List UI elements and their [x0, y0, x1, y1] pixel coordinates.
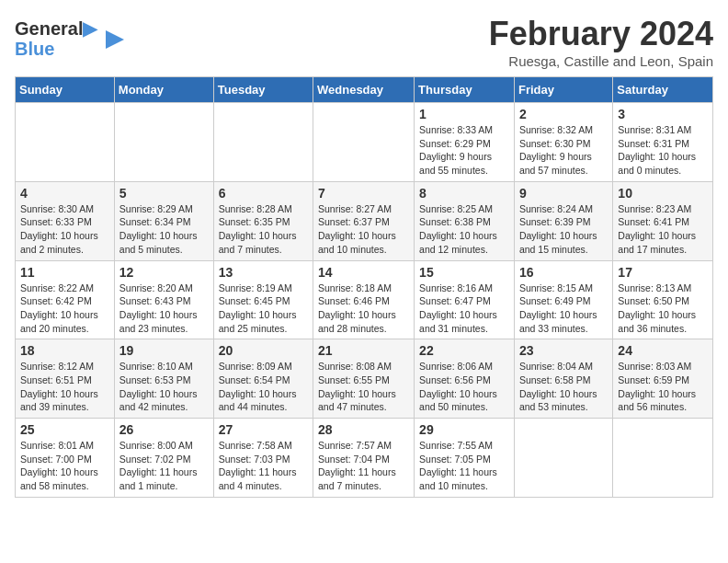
- table-row: 16Sunrise: 8:15 AM Sunset: 6:49 PM Dayli…: [514, 260, 612, 339]
- calendar-week-row: 11Sunrise: 8:22 AM Sunset: 6:42 PM Dayli…: [16, 260, 713, 339]
- day-number: 23: [519, 343, 608, 358]
- col-saturday: Saturday: [613, 77, 713, 103]
- day-number: 27: [219, 422, 308, 437]
- col-friday: Friday: [514, 77, 612, 103]
- day-info: Sunrise: 8:00 AM Sunset: 7:02 PM Dayligh…: [119, 439, 209, 493]
- day-info: Sunrise: 8:33 AM Sunset: 6:29 PM Dayligh…: [419, 123, 509, 178]
- svg-marker-0: [106, 30, 124, 49]
- table-row: 22Sunrise: 8:06 AM Sunset: 6:56 PM Dayli…: [415, 339, 515, 419]
- table-row: 24Sunrise: 8:03 AM Sunset: 6:59 PM Dayli…: [613, 339, 713, 419]
- table-row: 25Sunrise: 8:01 AM Sunset: 7:00 PM Dayli…: [16, 419, 115, 498]
- day-number: 1: [419, 107, 509, 121]
- table-row: 6Sunrise: 8:28 AM Sunset: 6:35 PM Daylig…: [213, 181, 313, 260]
- table-row: 10Sunrise: 8:23 AM Sunset: 6:41 PM Dayli…: [613, 181, 713, 260]
- table-row: 21Sunrise: 8:08 AM Sunset: 6:55 PM Dayli…: [313, 339, 415, 419]
- calendar-week-row: 1Sunrise: 8:33 AM Sunset: 6:29 PM Daylig…: [16, 103, 713, 182]
- day-number: 29: [419, 422, 509, 437]
- title-area: February 2024 Ruesga, Castille and Leon,…: [489, 15, 713, 69]
- day-info: Sunrise: 8:31 AM Sunset: 6:31 PM Dayligh…: [618, 123, 708, 178]
- col-sunday: Sunday: [16, 77, 115, 103]
- day-info: Sunrise: 8:30 AM Sunset: 6:33 PM Dayligh…: [20, 202, 109, 257]
- calendar-week-row: 4Sunrise: 8:30 AM Sunset: 6:33 PM Daylig…: [16, 181, 713, 260]
- calendar-week-row: 18Sunrise: 8:12 AM Sunset: 6:51 PM Dayli…: [16, 339, 713, 419]
- day-info: Sunrise: 8:12 AM Sunset: 6:51 PM Dayligh…: [20, 360, 109, 414]
- day-info: Sunrise: 8:22 AM Sunset: 6:42 PM Dayligh…: [20, 282, 109, 336]
- day-info: Sunrise: 8:09 AM Sunset: 6:54 PM Dayligh…: [219, 360, 308, 414]
- day-number: 19: [119, 343, 209, 358]
- table-row: 17Sunrise: 8:13 AM Sunset: 6:50 PM Dayli…: [613, 260, 713, 339]
- logo-text: General▶: [15, 18, 97, 39]
- day-info: Sunrise: 8:10 AM Sunset: 6:53 PM Dayligh…: [119, 360, 209, 414]
- col-tuesday: Tuesday: [213, 77, 313, 103]
- day-info: Sunrise: 7:55 AM Sunset: 7:05 PM Dayligh…: [419, 439, 509, 493]
- day-number: 14: [318, 265, 409, 280]
- table-row: 2Sunrise: 8:32 AM Sunset: 6:30 PM Daylig…: [514, 103, 612, 182]
- table-row: [313, 103, 415, 182]
- day-number: 9: [519, 186, 608, 201]
- day-number: 16: [519, 265, 608, 280]
- table-row: 15Sunrise: 8:16 AM Sunset: 6:47 PM Dayli…: [415, 260, 515, 339]
- day-info: Sunrise: 7:58 AM Sunset: 7:03 PM Dayligh…: [219, 439, 308, 493]
- day-number: 6: [219, 186, 308, 201]
- logo-icon: [98, 27, 126, 52]
- day-info: Sunrise: 8:32 AM Sunset: 6:30 PM Dayligh…: [519, 123, 608, 178]
- day-number: 5: [119, 186, 209, 201]
- day-info: Sunrise: 8:27 AM Sunset: 6:37 PM Dayligh…: [318, 202, 409, 257]
- table-row: 23Sunrise: 8:04 AM Sunset: 6:58 PM Dayli…: [514, 339, 612, 419]
- day-number: 28: [318, 422, 409, 437]
- day-info: Sunrise: 8:25 AM Sunset: 6:38 PM Dayligh…: [419, 202, 509, 257]
- day-number: 13: [219, 265, 308, 280]
- table-row: [514, 419, 612, 498]
- day-info: Sunrise: 8:13 AM Sunset: 6:50 PM Dayligh…: [618, 282, 708, 336]
- day-number: 4: [20, 186, 109, 201]
- day-number: 7: [318, 186, 409, 201]
- calendar-week-row: 25Sunrise: 8:01 AM Sunset: 7:00 PM Dayli…: [16, 419, 713, 498]
- calendar-header-row: Sunday Monday Tuesday Wednesday Thursday…: [16, 77, 713, 103]
- table-row: 19Sunrise: 8:10 AM Sunset: 6:53 PM Dayli…: [114, 339, 213, 419]
- table-row: 3Sunrise: 8:31 AM Sunset: 6:31 PM Daylig…: [613, 103, 713, 182]
- table-row: 28Sunrise: 7:57 AM Sunset: 7:04 PM Dayli…: [313, 419, 415, 498]
- day-number: 3: [618, 107, 708, 121]
- day-number: 8: [419, 186, 509, 201]
- calendar-table: Sunday Monday Tuesday Wednesday Thursday…: [15, 76, 713, 498]
- table-row: 29Sunrise: 7:55 AM Sunset: 7:05 PM Dayli…: [415, 419, 515, 498]
- day-number: 12: [119, 265, 209, 280]
- day-info: Sunrise: 8:03 AM Sunset: 6:59 PM Dayligh…: [618, 360, 708, 414]
- table-row: 20Sunrise: 8:09 AM Sunset: 6:54 PM Dayli…: [213, 339, 313, 419]
- table-row: 13Sunrise: 8:19 AM Sunset: 6:45 PM Dayli…: [213, 260, 313, 339]
- day-number: 15: [419, 265, 509, 280]
- calendar-subtitle: Ruesga, Castille and Leon, Spain: [489, 53, 713, 69]
- day-number: 22: [419, 343, 509, 358]
- col-monday: Monday: [114, 77, 213, 103]
- table-row: 5Sunrise: 8:29 AM Sunset: 6:34 PM Daylig…: [114, 181, 213, 260]
- table-row: 8Sunrise: 8:25 AM Sunset: 6:38 PM Daylig…: [415, 181, 515, 260]
- day-info: Sunrise: 8:08 AM Sunset: 6:55 PM Dayligh…: [318, 360, 409, 414]
- col-wednesday: Wednesday: [313, 77, 415, 103]
- table-row: 9Sunrise: 8:24 AM Sunset: 6:39 PM Daylig…: [514, 181, 612, 260]
- day-info: Sunrise: 8:01 AM Sunset: 7:00 PM Dayligh…: [20, 439, 109, 493]
- logo: General▶ Blue: [15, 18, 126, 59]
- day-info: Sunrise: 8:06 AM Sunset: 6:56 PM Dayligh…: [419, 360, 509, 414]
- day-number: 11: [20, 265, 109, 280]
- day-info: Sunrise: 8:18 AM Sunset: 6:46 PM Dayligh…: [318, 282, 409, 336]
- day-number: 26: [119, 422, 209, 437]
- day-info: Sunrise: 8:24 AM Sunset: 6:39 PM Dayligh…: [519, 202, 608, 257]
- table-row: 7Sunrise: 8:27 AM Sunset: 6:37 PM Daylig…: [313, 181, 415, 260]
- table-row: 11Sunrise: 8:22 AM Sunset: 6:42 PM Dayli…: [16, 260, 115, 339]
- day-info: Sunrise: 8:23 AM Sunset: 6:41 PM Dayligh…: [618, 202, 708, 257]
- calendar-title: February 2024: [489, 15, 713, 53]
- table-row: 26Sunrise: 8:00 AM Sunset: 7:02 PM Dayli…: [114, 419, 213, 498]
- day-number: 24: [618, 343, 708, 358]
- day-info: Sunrise: 8:15 AM Sunset: 6:49 PM Dayligh…: [519, 282, 608, 336]
- col-thursday: Thursday: [415, 77, 515, 103]
- day-info: Sunrise: 8:04 AM Sunset: 6:58 PM Dayligh…: [519, 360, 608, 414]
- table-row: [114, 103, 213, 182]
- day-number: 17: [618, 265, 708, 280]
- day-number: 10: [618, 186, 708, 201]
- table-row: 27Sunrise: 7:58 AM Sunset: 7:03 PM Dayli…: [213, 419, 313, 498]
- day-info: Sunrise: 8:20 AM Sunset: 6:43 PM Dayligh…: [119, 282, 209, 336]
- table-row: 18Sunrise: 8:12 AM Sunset: 6:51 PM Dayli…: [16, 339, 115, 419]
- table-row: [213, 103, 313, 182]
- page-header: General▶ Blue February 2024 Ruesga, Cast…: [15, 15, 713, 69]
- logo-blue-text: Blue: [15, 39, 97, 59]
